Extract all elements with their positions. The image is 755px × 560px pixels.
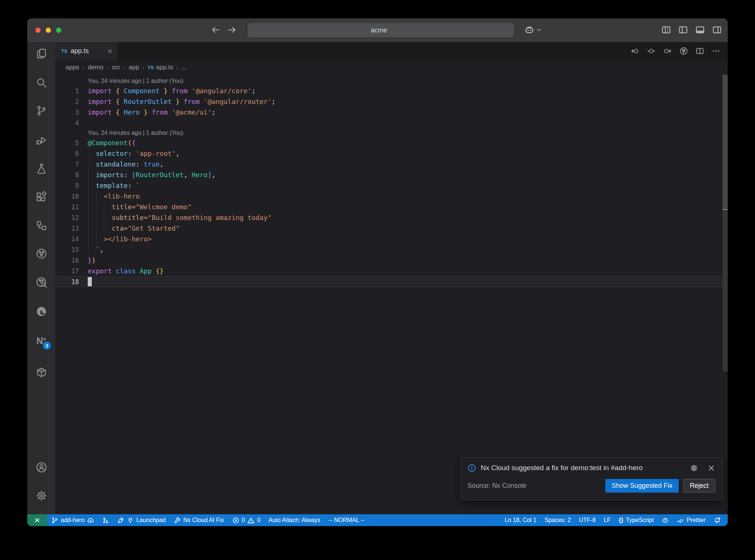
activity-item-run-debug[interactable] — [34, 133, 49, 147]
code-line-6: 6 selector: 'app-root', — [55, 148, 728, 159]
warning-icon — [247, 517, 254, 524]
status-vim-mode[interactable]: -- NORMAL -- — [324, 514, 369, 526]
status-text: UTF-8 — [579, 517, 595, 524]
breadcrumb-item-app[interactable]: app — [129, 64, 139, 71]
status-text: Auto Attach: Always — [268, 517, 320, 524]
ellipsis-icon[interactable] — [712, 47, 720, 55]
notification-source: Source: Nx Console — [467, 482, 605, 490]
scrollbar-thumb[interactable] — [723, 75, 728, 209]
layout-sidebar-right-icon[interactable] — [712, 25, 722, 35]
breadcrumb-item-demo[interactable]: demo — [88, 64, 104, 71]
indent-guide — [88, 148, 88, 255]
title-bar — [27, 18, 728, 42]
traffic-lights — [35, 28, 61, 33]
copilot-icon — [524, 25, 535, 35]
status-formatter-prettier[interactable]: Prettier — [673, 514, 710, 526]
status-bar-left: add-heroLaunchpadNx Cloud AI Fix00Auto A… — [47, 514, 369, 526]
activity-item-gitlens[interactable] — [34, 246, 49, 261]
copilot-menu[interactable] — [524, 25, 542, 35]
reject-button[interactable]: Reject — [683, 479, 715, 493]
editor-cursor — [88, 277, 92, 286]
status-auto-attach[interactable]: Auto Attach: Always — [264, 514, 324, 526]
activity-item-project-structure[interactable] — [34, 218, 49, 233]
activity-bar: N>3 — [27, 42, 55, 514]
breadcrumb-item-appts[interactable]: TSapp.ts — [147, 64, 173, 71]
status-text: Ln 18, Col 1 — [505, 517, 536, 524]
breadcrumb-item-[interactable]: ... — [181, 64, 187, 71]
status-launchpad[interactable]: Launchpad — [113, 514, 170, 526]
layout-panel-icon[interactable] — [695, 25, 705, 35]
activity-item-edge-browser[interactable] — [34, 304, 49, 319]
activity-item-search[interactable] — [34, 75, 49, 90]
status-git-graph[interactable] — [98, 514, 113, 526]
code-line-10: 10 <lib-hero — [55, 191, 728, 202]
status-text: add-hero — [61, 517, 84, 524]
breadcrumb-item-src[interactable]: src — [112, 64, 120, 71]
layout-sidebar-left-icon[interactable] — [678, 25, 688, 35]
status-eol[interactable]: LF — [600, 514, 615, 526]
code-line-12: 12 subtitle="Build something amazing tod… — [55, 212, 728, 223]
command-center-search[interactable] — [248, 23, 514, 37]
status-encoding[interactable]: UTF-8 — [575, 514, 599, 526]
tab-label: app.ts — [71, 47, 104, 55]
breadcrumb-separator: › — [142, 64, 144, 71]
activity-item-gitlens-search[interactable] — [34, 275, 49, 290]
copilot-icon — [662, 517, 669, 524]
close-tab-icon[interactable] — [107, 48, 113, 54]
nx-badge: 3 — [43, 342, 51, 350]
typescript-file-icon: TS — [147, 65, 154, 70]
notification-close-icon[interactable] — [707, 464, 715, 472]
remote-indicator[interactable] — [27, 514, 47, 526]
breadcrumb-separator: › — [107, 64, 108, 71]
show-suggested-fix-button[interactable]: Show Suggested Fix — [605, 479, 679, 493]
error-icon — [232, 517, 239, 524]
tab-app-ts[interactable]: TS app.ts — [55, 42, 117, 60]
status-bar: add-heroLaunchpadNx Cloud AI Fix00Auto A… — [27, 514, 728, 526]
status-indentation[interactable]: Spaces: 2 — [540, 514, 575, 526]
indent-guide — [104, 202, 104, 234]
wrench-icon — [174, 517, 181, 524]
chevron-down-icon — [536, 27, 542, 33]
search-input[interactable] — [371, 27, 394, 34]
activity-item-settings[interactable] — [34, 488, 49, 503]
code-line-15: 15 `, — [55, 244, 728, 255]
code-line-17: 17export class App {} — [55, 266, 728, 276]
minimize-window-button[interactable] — [46, 28, 51, 33]
notification-gear-icon[interactable] — [690, 464, 698, 472]
customize-layout-icon[interactable] — [661, 25, 671, 35]
code-line-13: 13 cta="Get Started" — [55, 223, 728, 234]
close-window-button[interactable] — [35, 28, 41, 33]
gitlens-changes-icon[interactable] — [647, 47, 655, 55]
tab-bar: TS app.ts — [55, 42, 728, 60]
code-editor[interactable]: You, 24 minutes ago | 1 author (You)1imp… — [55, 75, 728, 514]
status-problems[interactable]: 00 — [228, 514, 265, 526]
status-bar-right: Ln 18, Col 1Spaces: 2UTF-8LF{}TypeScript… — [501, 514, 728, 526]
cloud-upload-icon — [87, 517, 94, 524]
activity-item-containers[interactable] — [34, 365, 49, 379]
activity-item-source-control[interactable] — [34, 103, 49, 118]
arrow-left-icon[interactable] — [211, 25, 220, 35]
activity-item-explorer[interactable] — [34, 46, 49, 61]
gitlens-prev-change-icon[interactable] — [631, 47, 639, 55]
status-cursor-position[interactable]: Ln 18, Col 1 — [501, 514, 540, 526]
gitlens-next-change-icon[interactable] — [663, 47, 672, 55]
status-notifications-bell[interactable] — [710, 514, 725, 526]
status-text: 0 — [257, 517, 260, 524]
activity-item-nx-console[interactable]: N>3 — [34, 333, 49, 348]
activity-item-extensions[interactable] — [34, 189, 49, 204]
status-branch-add-hero[interactable]: add-hero — [47, 514, 98, 526]
zoom-window-button[interactable] — [56, 28, 61, 33]
activity-item-accounts[interactable] — [34, 460, 49, 475]
activity-item-testing[interactable] — [34, 161, 49, 176]
gitlens-graph-icon[interactable] — [679, 47, 688, 55]
status-nx-cloud-ai-fix[interactable]: Nx Cloud AI Fix — [170, 514, 228, 526]
history-nav — [211, 25, 237, 35]
breadcrumb-item-apps[interactable]: apps — [66, 64, 79, 71]
code-line-1: 1import { Component } from '@angular/cor… — [55, 85, 728, 96]
status-language-mode[interactable]: {}TypeScript — [615, 514, 658, 526]
notification-toast: Nx Cloud suggested a fix for demo:test i… — [460, 457, 723, 500]
arrow-right-icon[interactable] — [227, 25, 237, 35]
status-text: Launchpad — [136, 517, 166, 524]
status-copilot-status[interactable] — [658, 514, 673, 526]
split-editor-icon[interactable] — [696, 47, 704, 55]
